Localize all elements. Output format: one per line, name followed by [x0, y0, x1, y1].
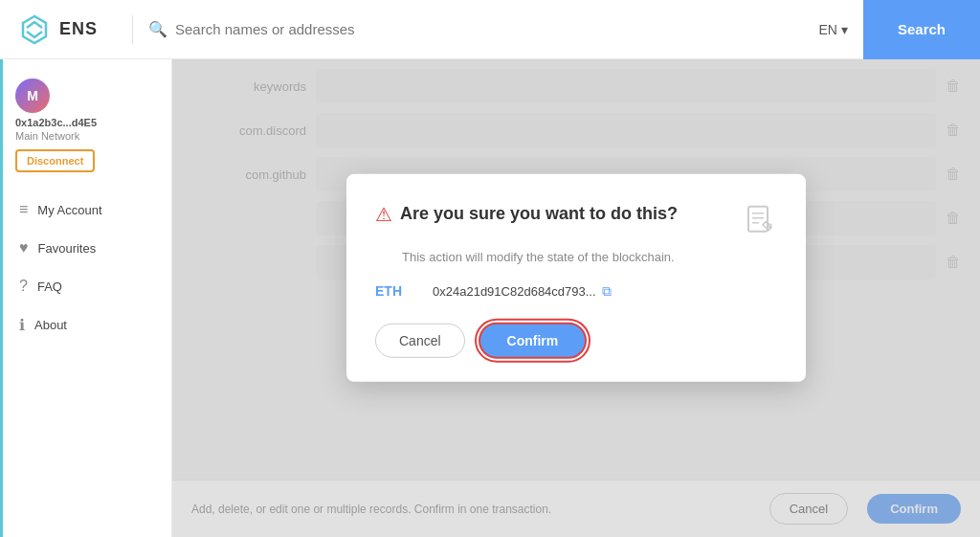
document-icon	[743, 202, 777, 243]
eth-address: 0x24a21d91C82d684cd793...	[433, 283, 596, 298]
sidebar-accent	[0, 59, 3, 537]
user-section: M 0x1a2b3c...d4E5 Main Network Disconnec…	[0, 78, 171, 191]
search-button[interactable]: Search	[863, 0, 980, 59]
lang-label: EN	[819, 22, 837, 37]
sidebar-item-label: About	[34, 318, 67, 332]
disconnect-button[interactable]: Disconnect	[15, 149, 95, 172]
search-area: 🔍	[148, 20, 818, 38]
sidebar-item-label: My Account	[37, 203, 101, 217]
dialog-cancel-button[interactable]: Cancel	[375, 323, 465, 357]
sidebar-item-label: Favourites	[38, 241, 97, 256]
dialog-header: ⚠ Are you sure you want to do this?	[375, 202, 777, 243]
logo-area: ENS	[19, 14, 98, 45]
sidebar-item-about[interactable]: ℹ About	[0, 306, 171, 344]
dialog-title: Are you sure you want to do this?	[400, 204, 678, 224]
eth-label: ETH	[375, 283, 413, 299]
nav-items: ≡ My Account ♥ Favourites ? FAQ ℹ About	[0, 191, 171, 344]
list-icon: ≡	[19, 201, 28, 218]
chevron-down-icon: ▾	[841, 22, 848, 37]
svg-rect-0	[748, 206, 768, 231]
header-divider	[132, 15, 133, 44]
ens-logo-icon	[19, 14, 50, 45]
confirmation-dialog: ⚠ Are you sure you want to do this? This…	[346, 173, 806, 381]
sidebar-item-my-account[interactable]: ≡ My Account	[0, 191, 171, 228]
lang-selector[interactable]: EN ▾	[819, 22, 848, 37]
main-layout: M 0x1a2b3c...d4E5 Main Network Disconnec…	[0, 59, 980, 537]
search-icon: 🔍	[148, 20, 167, 38]
dialog-actions: Cancel Confirm	[375, 322, 777, 358]
sidebar-item-label: FAQ	[37, 280, 62, 294]
avatar: M	[15, 78, 50, 113]
info-icon: ℹ	[19, 316, 25, 334]
dialog-title-area: ⚠ Are you sure you want to do this?	[375, 202, 678, 225]
copy-icon[interactable]: ⧉	[602, 282, 612, 299]
eth-value: 0x24a21d91C82d684cd793... ⧉	[433, 282, 612, 299]
sidebar: M 0x1a2b3c...d4E5 Main Network Disconnec…	[0, 59, 172, 537]
eth-row: ETH 0x24a21d91C82d684cd793... ⧉	[375, 282, 777, 299]
dialog-subtitle: This action will modify the state of the…	[402, 249, 777, 263]
header: ENS 🔍 EN ▾ Search	[0, 0, 980, 59]
heart-icon: ♥	[19, 239, 29, 257]
question-icon: ?	[19, 278, 28, 295]
search-input[interactable]	[175, 21, 818, 37]
logo-text: ENS	[59, 19, 98, 39]
user-name: 0x1a2b3c...d4E5	[15, 117, 156, 128]
content-area: keywords 🗑 com.discord 🗑 com.github 🗑 🗑	[172, 59, 980, 537]
sidebar-item-favourites[interactable]: ♥ Favourites	[0, 230, 171, 266]
warning-icon: ⚠	[375, 202, 392, 225]
sidebar-item-faq[interactable]: ? FAQ	[0, 268, 171, 304]
user-network: Main Network	[15, 130, 156, 142]
dialog-confirm-button[interactable]: Confirm	[479, 322, 588, 358]
